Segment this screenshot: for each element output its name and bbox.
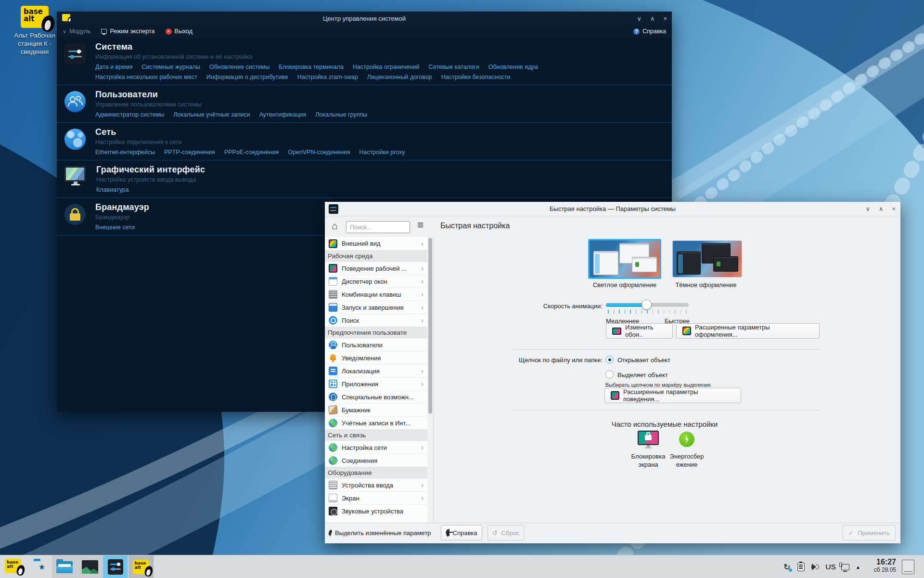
- cc-link[interactable]: Информация о дистрибутиве: [206, 74, 288, 80]
- cc-link[interactable]: Лицензионный договор: [367, 74, 432, 80]
- sidebar-item-window-manager[interactable]: Диспетчер окон›: [325, 275, 427, 288]
- sidebar-item-notifications[interactable]: Уведомления: [325, 351, 427, 364]
- sidebar-item-localization[interactable]: Локализация›: [325, 364, 427, 377]
- sidebar-item-appearance[interactable]: Внешний вид›: [325, 237, 427, 250]
- task-image-viewer[interactable]: [77, 555, 103, 578]
- cc-link[interactable]: Блокировка терминала: [279, 64, 344, 70]
- theme-light-card[interactable]: [588, 239, 661, 279]
- settings-titlebar[interactable]: Быстрая настройка — Параметры системы ∨ …: [325, 202, 900, 216]
- radio-open-label[interactable]: Открывает объект: [617, 356, 670, 364]
- menu-module[interactable]: ∨ Модуль: [63, 28, 90, 35]
- slider-handle[interactable]: [642, 300, 652, 310]
- maximize-button[interactable]: ∧: [650, 15, 655, 22]
- cc-link[interactable]: Настройка ограничений: [353, 64, 420, 70]
- section-subtitle: Управление пользователями системы: [95, 101, 367, 108]
- close-button[interactable]: ×: [663, 15, 667, 22]
- hamburger-menu-icon[interactable]: ≡: [417, 219, 424, 232]
- cc-link[interactable]: Локальные учётные записи: [173, 111, 250, 118]
- sidebar-item-connections[interactable]: Соединения: [325, 454, 427, 467]
- cc-link[interactable]: Настройки proxy: [359, 149, 405, 156]
- settings-sliders-icon: [108, 559, 123, 575]
- energy-saving-icon[interactable]: [679, 432, 694, 447]
- sidebar-item-workspace-behavior[interactable]: Поведение рабочей ...›: [325, 262, 427, 275]
- volume-tray-icon[interactable]: [809, 555, 821, 578]
- apply-button[interactable]: ✓ Применить: [843, 525, 896, 540]
- sidebar-scrollbar[interactable]: [428, 238, 433, 522]
- cc-link[interactable]: Настройка zram-swap: [297, 74, 358, 80]
- sidebar-item-input-devices[interactable]: Устройства ввода›: [325, 478, 427, 491]
- home-icon[interactable]: ⌂: [332, 220, 338, 232]
- minimize-button[interactable]: ∨: [637, 15, 642, 22]
- section-network[interactable]: Сеть Настройка подключения к сети Ethern…: [57, 123, 672, 160]
- question-icon: ?: [633, 28, 640, 35]
- cc-link[interactable]: Клавиатура: [96, 186, 129, 193]
- minimize-button[interactable]: ∨: [865, 205, 870, 212]
- cc-link[interactable]: Аутентификация: [259, 111, 306, 118]
- search-input[interactable]: [346, 221, 410, 233]
- tray-expander-icon[interactable]: ▲: [853, 555, 863, 578]
- change-wallpaper-button[interactable]: Изменить обои..: [606, 323, 673, 339]
- radio-open-object[interactable]: [605, 355, 614, 364]
- advanced-behavior-button[interactable]: Расширенные параметры поведения...: [604, 388, 741, 403]
- section-users[interactable]: Пользователи Управление пользователями с…: [57, 85, 672, 123]
- show-desktop-button[interactable]: [902, 560, 914, 574]
- menu-help[interactable]: ? Справка: [633, 28, 666, 35]
- cc-link[interactable]: Обновление системы: [209, 64, 270, 70]
- keyboard-layout-indicator[interactable]: US: [823, 555, 838, 578]
- section-system[interactable]: Система Информация об установленной сист…: [57, 38, 672, 85]
- radio-select-object[interactable]: [605, 370, 614, 379]
- control-center-titlebar[interactable]: Центр управления системой ∨ ∧ ×: [57, 12, 672, 25]
- menu-exit[interactable]: × Выход: [166, 28, 192, 35]
- sidebar-item-users[interactable]: Пользователи: [325, 338, 427, 351]
- cc-link[interactable]: Настройки безопасности: [441, 74, 511, 80]
- energy-saving-label[interactable]: Энергосбер ежение: [665, 453, 709, 469]
- cc-link[interactable]: Настройка нескольких рабочих мест: [95, 74, 197, 80]
- sidebar-item-network-settings[interactable]: Настройка сети›: [325, 441, 427, 454]
- sidebar-item-applications[interactable]: Приложения›: [325, 377, 427, 390]
- animation-speed-slider[interactable]: [606, 303, 689, 307]
- clipboard-tray-icon[interactable]: [795, 555, 807, 578]
- taskbar: base alt base alt ↻ US ▲ 16:27 сб 28.05: [0, 555, 924, 578]
- cc-link[interactable]: OpenVPN-соединения: [288, 149, 350, 156]
- start-menu-button[interactable]: base alt: [5, 559, 21, 573]
- maximize-button[interactable]: ∧: [879, 205, 884, 212]
- close-button[interactable]: ×: [892, 205, 896, 212]
- cc-link[interactable]: PPTP-соединения: [164, 149, 215, 156]
- cc-link[interactable]: Администратор системы: [95, 111, 164, 118]
- radio-select-label[interactable]: Выделяет объект: [617, 371, 668, 379]
- desktop-icon-alt-info[interactable]: base alt Альт Рабочая станция К - сведен…: [4, 6, 65, 56]
- sidebar-item-display[interactable]: Экран›: [325, 491, 427, 504]
- theme-dark-card[interactable]: [672, 240, 742, 277]
- sidebar-item-search[interactable]: Поиск›: [325, 314, 427, 327]
- task-file-manager[interactable]: [52, 555, 77, 578]
- cc-link[interactable]: Ethernet-интерфейсы: [95, 149, 155, 156]
- menu-expert-mode[interactable]: Режим эксперта: [101, 28, 154, 35]
- section-gui[interactable]: Графический интерфейс Настройка устройст…: [57, 160, 672, 198]
- advanced-appearance-button[interactable]: Расширенные параметры оформления...: [676, 323, 820, 339]
- sidebar-item-audio[interactable]: Звуковые устройства: [325, 504, 427, 517]
- task-system-settings-active[interactable]: [103, 555, 128, 578]
- network-tray-icon[interactable]: [838, 555, 852, 578]
- updates-tray-icon[interactable]: ↻: [781, 555, 793, 578]
- cc-link[interactable]: Сетевые каталоги: [429, 64, 479, 70]
- startup-icon: [329, 303, 337, 312]
- sidebar-item-shortcuts[interactable]: Комбинации клавиш›: [325, 288, 427, 301]
- help-button[interactable]: Справка: [441, 525, 482, 540]
- sidebar-item-startup[interactable]: Запуск и завершение›: [325, 301, 427, 314]
- cc-link[interactable]: Дата и время: [95, 64, 133, 70]
- clock[interactable]: 16:27 сб 28.05: [864, 558, 896, 573]
- sidebar-item-online-accounts[interactable]: Учётные записи в Инт...: [325, 416, 427, 429]
- cc-link[interactable]: Внешние сети: [95, 224, 135, 231]
- cc-link[interactable]: Системные журналы: [142, 64, 200, 70]
- cc-link[interactable]: Локальные группы: [315, 111, 367, 118]
- task-control-center[interactable]: base alt: [128, 555, 154, 578]
- sidebar-item-accessibility[interactable]: Специальные возможн...: [325, 390, 427, 403]
- sidebar-item-wallet[interactable]: Бумажник: [325, 403, 427, 416]
- screen-lock-icon[interactable]: [638, 431, 659, 448]
- highlight-changed-checkbox[interactable]: Выделить изменённые параметр: [329, 529, 437, 537]
- appearance-icon: [329, 239, 337, 248]
- slider-fill: [606, 303, 647, 307]
- cc-link[interactable]: Обновление ядра: [488, 64, 539, 70]
- cc-link[interactable]: PPPoE-соединения: [224, 149, 279, 156]
- reset-button[interactable]: ↺ Сброс: [488, 525, 524, 540]
